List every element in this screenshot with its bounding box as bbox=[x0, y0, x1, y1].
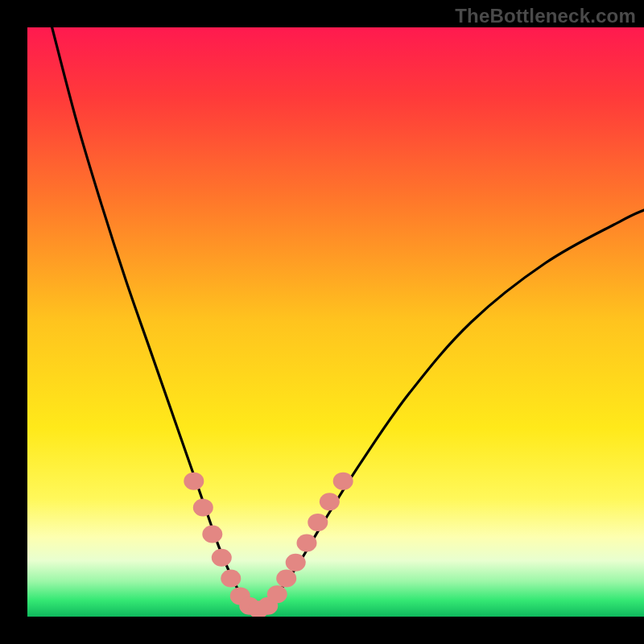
curve-marker bbox=[184, 473, 204, 490]
curve-marker bbox=[212, 549, 232, 567]
curve-marker bbox=[267, 585, 287, 603]
bottleneck-curve bbox=[52, 27, 644, 609]
plot-area bbox=[27, 27, 644, 617]
curve-marker bbox=[193, 499, 213, 517]
outer-frame: TheBottleneck.com bbox=[0, 0, 644, 644]
curve-markers bbox=[184, 473, 353, 617]
curve-marker bbox=[286, 554, 306, 572]
curve-marker bbox=[320, 493, 340, 510]
curve-marker bbox=[221, 569, 241, 587]
curve-marker bbox=[308, 514, 328, 531]
watermark-text: TheBottleneck.com bbox=[455, 5, 636, 27]
curve-marker bbox=[202, 526, 222, 543]
curve-marker bbox=[276, 569, 296, 587]
curve-marker bbox=[296, 535, 316, 552]
chart-svg bbox=[27, 27, 644, 617]
curve-marker bbox=[333, 473, 353, 490]
